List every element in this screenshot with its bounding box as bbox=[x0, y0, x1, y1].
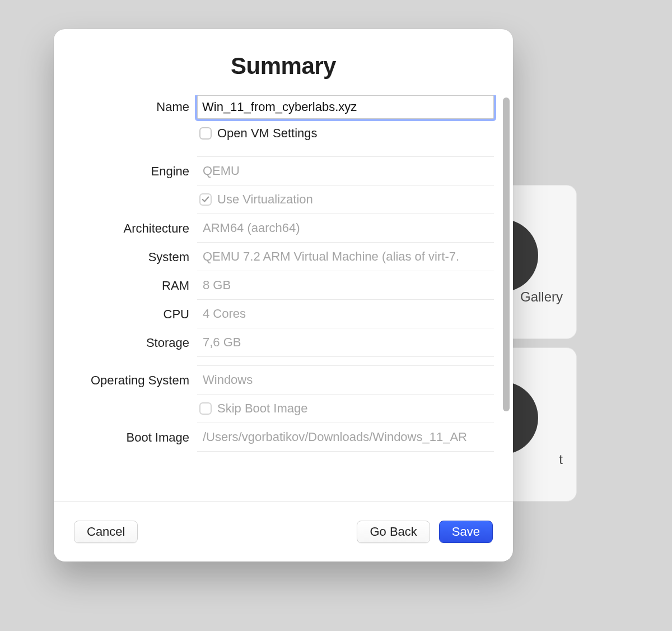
skip-boot-image-label: Skip Boot Image bbox=[217, 401, 307, 416]
label-boot-image: Boot Image bbox=[67, 423, 197, 452]
gallery-tile-label: Gallery bbox=[520, 289, 563, 305]
label-engine: Engine bbox=[67, 157, 197, 185]
scrollbar-thumb[interactable] bbox=[503, 98, 510, 411]
open-vm-settings-checkbox[interactable] bbox=[199, 127, 212, 140]
label-os: Operating System bbox=[67, 366, 197, 395]
check-icon bbox=[202, 196, 209, 203]
cancel-button[interactable]: Cancel bbox=[74, 521, 138, 543]
storage-value: 7,6 GB bbox=[197, 328, 494, 357]
summary-form: Name Open VM Settings bbox=[67, 95, 502, 462]
go-back-button[interactable]: Go Back bbox=[357, 521, 430, 543]
label-storage: Storage bbox=[67, 328, 197, 357]
sheet-footer: Cancel Go Back Save bbox=[54, 501, 513, 562]
label-name: Name bbox=[67, 95, 197, 119]
skip-boot-image-row: Skip Boot Image bbox=[197, 394, 494, 423]
summary-sheet: Summary Name Open VM Settings bbox=[54, 29, 513, 562]
save-button[interactable]: Save bbox=[439, 521, 493, 543]
system-value: QEMU 7.2 ARM Virtual Machine (alias of v… bbox=[197, 242, 494, 271]
form-scroll-area[interactable]: Name Open VM Settings bbox=[54, 95, 513, 501]
label-system: System bbox=[67, 243, 197, 271]
cpu-value: 4 Cores bbox=[197, 299, 494, 328]
gallery-tile-label: t bbox=[559, 452, 563, 467]
name-input[interactable] bbox=[197, 95, 494, 119]
use-virtualization-label: Use Virtualization bbox=[217, 192, 313, 207]
skip-boot-image-checkbox bbox=[199, 402, 212, 415]
os-value: Windows bbox=[197, 365, 494, 395]
open-vm-settings-row[interactable]: Open VM Settings bbox=[197, 119, 494, 148]
engine-value: QEMU bbox=[197, 156, 494, 185]
truncated-row bbox=[197, 451, 494, 462]
label-ram: RAM bbox=[67, 271, 197, 300]
boot-image-value: /Users/vgorbatikov/Downloads/Windows_11_… bbox=[197, 423, 494, 452]
use-virtualization-row: Use Virtualization bbox=[197, 185, 494, 214]
label-architecture: Architecture bbox=[67, 214, 197, 243]
use-virtualization-checkbox bbox=[199, 193, 212, 206]
architecture-value: ARM64 (aarch64) bbox=[197, 214, 494, 243]
open-vm-settings-label: Open VM Settings bbox=[217, 126, 318, 141]
ram-value: 8 GB bbox=[197, 271, 494, 300]
label-cpu: CPU bbox=[67, 300, 197, 328]
sheet-title: Summary bbox=[54, 53, 513, 80]
